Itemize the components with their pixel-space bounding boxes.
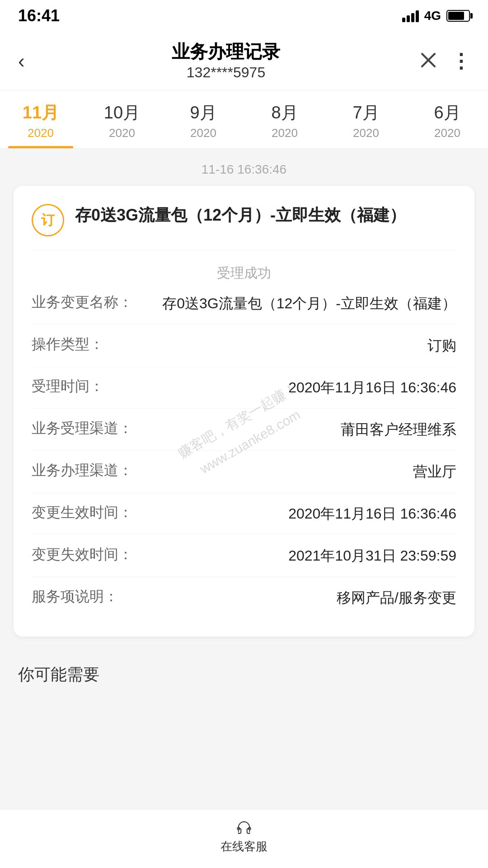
nav-bar: ‹ 业务办理记录 132****5975 ⋮ bbox=[0, 32, 488, 90]
info-row-accept-time: 受理时间： 2020年11月16日 16:36:46 bbox=[32, 367, 456, 409]
tab-month-label: 9月 bbox=[167, 101, 239, 124]
card-header-text: 存0送3G流量包（12个月）-立即生效（福建） bbox=[75, 204, 456, 226]
tab-jun-2020[interactable]: 6月 2020 bbox=[407, 90, 488, 148]
tab-month-label: 11月 bbox=[5, 101, 77, 124]
signal-icon bbox=[402, 9, 419, 22]
nav-center: 业务办理记录 132****5975 bbox=[54, 41, 398, 81]
more-button[interactable]: ⋮ bbox=[451, 49, 470, 72]
tab-year-label: 2020 bbox=[5, 126, 77, 140]
tab-year-label: 2020 bbox=[411, 126, 483, 140]
tab-year-label: 2020 bbox=[330, 126, 402, 140]
order-icon-text: 订 bbox=[41, 211, 55, 230]
tab-nov-2020[interactable]: 11月 2020 bbox=[0, 90, 81, 148]
info-label: 服务项说明： bbox=[32, 587, 140, 607]
info-label: 变更生效时间： bbox=[32, 503, 140, 523]
info-row-expire-time: 变更失效时间： 2021年10月31日 23:59:59 bbox=[32, 535, 456, 577]
order-icon: 订 bbox=[32, 204, 64, 236]
status-time: 16:41 bbox=[18, 6, 60, 25]
tab-month-label: 6月 bbox=[411, 101, 483, 124]
info-row-name: 业务变更名称： 存0送3G流量包（12个月）-立即生效（福建） bbox=[32, 283, 456, 325]
info-label: 业务办理渠道： bbox=[32, 461, 140, 481]
bottom-nav[interactable]: 在线客服 bbox=[0, 809, 488, 868]
info-label: 业务变更名称： bbox=[32, 292, 140, 312]
card-status: 受理成功 bbox=[32, 264, 456, 283]
close-button[interactable] bbox=[419, 51, 437, 71]
page-title: 业务办理记录 bbox=[54, 41, 398, 62]
tab-sep-2020[interactable]: 9月 2020 bbox=[163, 90, 244, 148]
tab-month-label: 7月 bbox=[330, 101, 402, 124]
bottom-nav-label: 在线客服 bbox=[221, 839, 267, 854]
tab-month-label: 8月 bbox=[249, 101, 321, 124]
content-area: 11-16 16:36:46 订 存0送3G流量包（12个月）-立即生效（福建）… bbox=[0, 149, 488, 782]
back-button[interactable]: ‹ bbox=[18, 50, 25, 72]
info-row-accept-channel: 业务受理渠道： 莆田客户经理维系 bbox=[32, 409, 456, 451]
tab-aug-2020[interactable]: 8月 2020 bbox=[244, 90, 325, 148]
status-icons: 4G bbox=[402, 9, 470, 23]
date-separator: 11-16 16:36:46 bbox=[0, 149, 488, 186]
info-label: 业务受理渠道： bbox=[32, 419, 140, 439]
info-value: 移网产品/服务变更 bbox=[140, 587, 456, 609]
info-value: 存0送3G流量包（12个月）-立即生效（福建） bbox=[140, 292, 456, 314]
info-row-handle-channel: 业务办理渠道： 营业厅 bbox=[32, 451, 456, 493]
info-value: 2021年10月31日 23:59:59 bbox=[140, 545, 456, 566]
info-value: 营业厅 bbox=[140, 461, 456, 482]
info-row-op-type: 操作类型： 订购 bbox=[32, 325, 456, 367]
status-bar: 16:41 4G bbox=[0, 0, 488, 32]
battery-icon bbox=[446, 10, 470, 22]
tab-oct-2020[interactable]: 10月 2020 bbox=[81, 90, 163, 148]
info-value: 订购 bbox=[140, 335, 456, 356]
info-row-service-desc: 服务项说明： 移网产品/服务变更 bbox=[32, 577, 456, 618]
tab-year-label: 2020 bbox=[167, 126, 239, 140]
nav-right: ⋮ bbox=[398, 49, 470, 72]
page-subtitle: 132****5975 bbox=[54, 64, 398, 81]
info-value: 2020年11月16日 16:36:46 bbox=[140, 503, 456, 524]
tab-year-label: 2020 bbox=[249, 126, 321, 140]
tab-month-label: 10月 bbox=[86, 101, 158, 124]
tab-jul-2020[interactable]: 7月 2020 bbox=[325, 90, 407, 148]
info-value: 莆田客户经理维系 bbox=[140, 419, 456, 440]
info-rows: 业务变更名称： 存0送3G流量包（12个月）-立即生效（福建） 操作类型： 订购… bbox=[32, 283, 456, 618]
info-label: 操作类型： bbox=[32, 335, 140, 354]
info-label: 受理时间： bbox=[32, 377, 140, 396]
info-label: 变更失效时间： bbox=[32, 545, 140, 565]
card-title: 存0送3G流量包（12个月）-立即生效（福建） bbox=[75, 204, 456, 226]
card-header: 订 存0送3G流量包（12个月）-立即生效（福建） bbox=[32, 204, 456, 250]
bottom-hint: 你可能需要 bbox=[0, 650, 488, 699]
info-value: 2020年11月16日 16:36:46 bbox=[140, 377, 456, 398]
month-tabs: 11月 2020 10月 2020 9月 2020 8月 2020 7月 202… bbox=[0, 90, 488, 149]
info-row-effective-time: 变更生效时间： 2020年11月16日 16:36:46 bbox=[32, 493, 456, 535]
tab-year-label: 2020 bbox=[86, 126, 158, 140]
headset-icon bbox=[231, 819, 257, 836]
network-label: 4G bbox=[424, 9, 441, 23]
record-card: 订 存0送3G流量包（12个月）-立即生效（福建） 受理成功 业务变更名称： 存… bbox=[14, 186, 474, 637]
